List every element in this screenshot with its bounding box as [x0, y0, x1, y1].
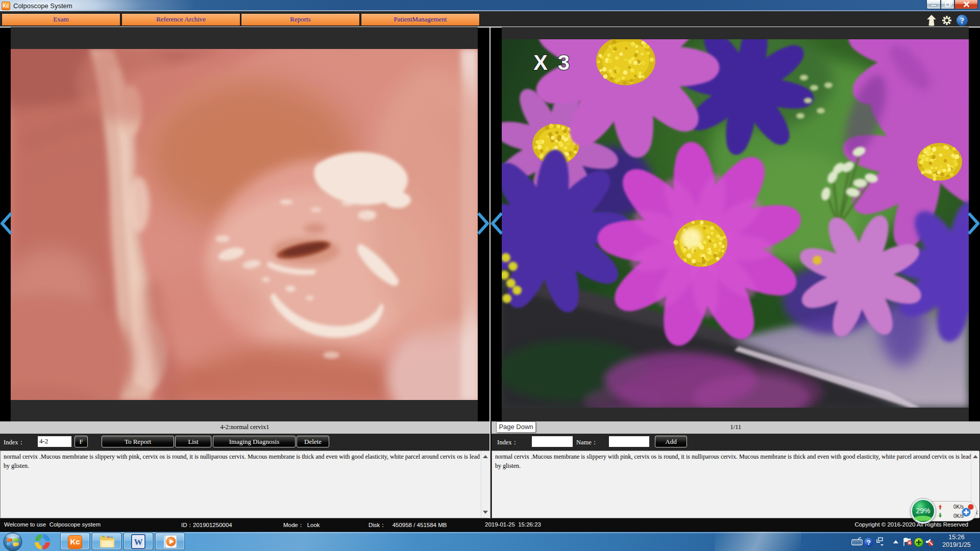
svg-text:W: W [134, 537, 143, 547]
svg-text:X 3: X 3 [533, 51, 572, 74]
svg-text:?: ? [867, 539, 871, 546]
svg-text:?: ? [960, 16, 964, 25]
